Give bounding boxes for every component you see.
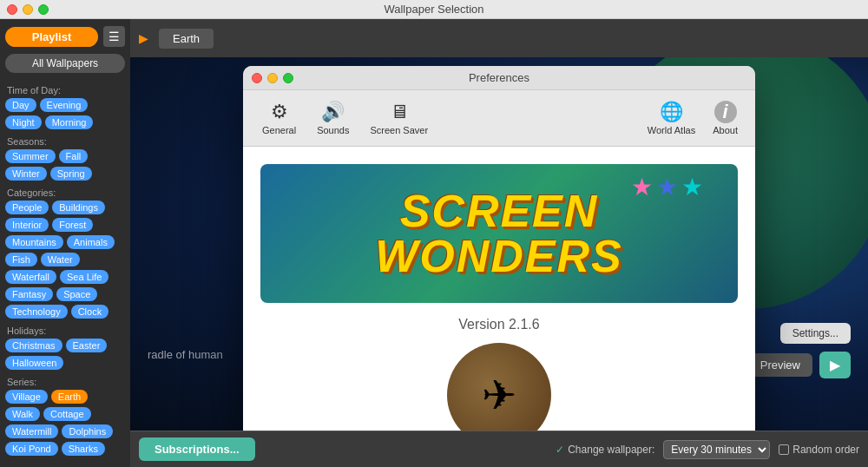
content-area: ▶ Earth radle of human Settings... Previ… <box>130 19 868 467</box>
tag-fish[interactable]: Fish <box>5 253 37 266</box>
section-label-categories: Categories: <box>7 187 125 198</box>
playlist-button[interactable]: Playlist <box>5 27 98 47</box>
screensaver-tool-label: Screen Saver <box>370 125 428 135</box>
tag-sharks[interactable]: Sharks <box>62 442 105 456</box>
section-label-holidays: Holidays: <box>7 326 125 336</box>
playlist-bar: Playlist ☰ <box>5 26 125 47</box>
sounds-icon: 🔊 <box>321 101 345 123</box>
sidebar: Playlist ☰ All Wallpapers Time of Day: D… <box>0 19 130 467</box>
tag-watermill[interactable]: Watermill <box>5 424 58 438</box>
about-icon: i <box>714 101 737 123</box>
general-icon: ⚙ <box>271 101 288 123</box>
tag-row-holidays: Christmas Easter Halloween <box>5 339 125 370</box>
tag-village[interactable]: Village <box>5 390 48 404</box>
tag-cottage[interactable]: Cottage <box>43 407 91 421</box>
tag-winter[interactable]: Winter <box>5 167 47 181</box>
plane-logo: ✈ <box>447 343 551 431</box>
tag-night[interactable]: Night <box>5 115 42 129</box>
preferences-modal-overlay: Preferences ⚙ General 🔊 Sounds <box>130 57 868 431</box>
maximize-button[interactable] <box>38 4 49 15</box>
main-layout: Playlist ☰ All Wallpapers Time of Day: D… <box>0 19 868 467</box>
random-order-label: Random order <box>779 444 859 456</box>
sidebar-section-timeofday: Time of Day: Day Evening Night Morning <box>5 80 125 131</box>
sounds-tool-button[interactable]: 🔊 Sounds <box>308 97 358 139</box>
tag-summer[interactable]: Summer <box>5 149 56 163</box>
tag-easter[interactable]: Easter <box>66 339 108 352</box>
all-wallpapers-button[interactable]: All Wallpapers <box>5 54 125 73</box>
close-button[interactable] <box>7 4 17 15</box>
tag-row-categories: People Buildings Interior Forest Mountai… <box>5 201 125 319</box>
modal-content: ★ ★ ★ SCREENWONDERS Version 2.1.6 <box>243 147 755 431</box>
tag-interior[interactable]: Interior <box>5 218 49 232</box>
subscriptions-button[interactable]: Subscriptions... <box>139 437 255 461</box>
tag-row-series: Village Earth Walk Cottage Watermill Dol… <box>5 390 125 456</box>
random-order-checkbox[interactable] <box>779 444 789 455</box>
sounds-tool-label: Sounds <box>317 125 349 135</box>
tag-waterfall[interactable]: Waterfall <box>5 270 56 284</box>
screenwonders-banner: ★ ★ ★ SCREENWONDERS <box>260 164 738 303</box>
modal-toolbar: ⚙ General 🔊 Sounds 🖥 Screen Saver <box>243 90 755 147</box>
screensaver-icon: 🖥 <box>390 101 409 123</box>
sidebar-section-holidays: Holidays: Christmas Easter Halloween <box>5 320 125 372</box>
tag-buildings[interactable]: Buildings <box>52 201 105 214</box>
change-wallpaper-label: ✓ Change wallpaper: <box>556 444 654 456</box>
modal-close-button[interactable] <box>252 73 262 83</box>
tag-space[interactable]: Space <box>56 287 97 301</box>
earth-background: radle of human Settings... Preview ▶ <box>130 57 868 431</box>
play-indicator: ▶ <box>139 31 148 45</box>
screensaver-tool-button[interactable]: 🖥 Screen Saver <box>361 97 437 139</box>
list-view-button[interactable]: ☰ <box>103 26 125 47</box>
tag-animals[interactable]: Animals <box>67 235 115 249</box>
sidebar-section-series: Series: Village Earth Walk Cottage Water… <box>5 372 125 457</box>
modal-title-bar: Preferences <box>243 66 755 90</box>
world-atlas-button[interactable]: 🌐 World Atlas <box>641 97 702 139</box>
tag-day[interactable]: Day <box>5 98 36 112</box>
tag-spring[interactable]: Spring <box>50 167 92 181</box>
about-button[interactable]: i About <box>706 97 745 139</box>
tag-row-seasons: Summer Fall Winter Spring <box>5 149 125 181</box>
world-atlas-icon: 🌐 <box>660 101 683 123</box>
tag-dolphins[interactable]: Dolphins <box>62 424 113 438</box>
modal-title: Preferences <box>469 71 529 84</box>
minimize-button[interactable] <box>23 4 33 15</box>
modal-traffic-lights <box>252 73 293 83</box>
tag-technology[interactable]: Technology <box>5 305 68 319</box>
tag-morning[interactable]: Morning <box>45 115 94 129</box>
tag-halloween[interactable]: Halloween <box>5 356 63 370</box>
window-title: Wallpaper Selection <box>384 3 483 16</box>
section-label-series: Series: <box>7 377 125 387</box>
section-label-timeofday: Time of Day: <box>7 85 125 95</box>
tag-christmas[interactable]: Christmas <box>5 339 62 352</box>
tag-earth[interactable]: Earth <box>51 390 88 404</box>
tag-clock[interactable]: Clock <box>71 305 109 319</box>
tag-forest[interactable]: Forest <box>52 218 93 232</box>
preferences-modal: Preferences ⚙ General 🔊 Sounds <box>243 66 755 431</box>
tag-fantasy[interactable]: Fantasy <box>5 287 53 301</box>
bottom-bar: Subscriptions... ✓ Change wallpaper: Eve… <box>130 431 868 467</box>
sidebar-section-categories: Categories: People Buildings Interior Fo… <box>5 182 125 320</box>
tab-earth[interactable]: Earth <box>159 29 214 49</box>
version-text: Version 2.1.6 <box>458 317 539 332</box>
tag-row-timeofday: Day Evening Night Morning <box>5 98 125 129</box>
star-cyan: ★ <box>681 173 703 201</box>
tag-evening[interactable]: Evening <box>40 98 89 112</box>
world-atlas-label: World Atlas <box>648 125 695 135</box>
general-tool-button[interactable]: ⚙ General <box>253 97 305 139</box>
tag-walk[interactable]: Walk <box>5 407 40 421</box>
modal-maximize-button[interactable] <box>283 73 293 83</box>
modal-minimize-button[interactable] <box>267 73 278 83</box>
tag-people[interactable]: People <box>5 201 49 214</box>
tag-koipond[interactable]: Koi Pond <box>5 442 58 456</box>
star-pink: ★ <box>631 173 653 201</box>
section-label-seasons: Seasons: <box>7 136 125 147</box>
star-blue: ★ <box>656 173 678 201</box>
change-wallpaper-text: Change wallpaper: <box>568 444 654 456</box>
tag-sealife[interactable]: Sea Life <box>60 270 108 284</box>
general-tool-label: General <box>262 125 296 135</box>
title-bar: Wallpaper Selection <box>0 0 868 19</box>
tag-water[interactable]: Water <box>41 253 80 266</box>
tag-mountains[interactable]: Mountains <box>5 235 63 249</box>
wallpaper-tabs: ▶ Earth <box>130 19 868 57</box>
interval-select[interactable]: Every 5 minutes Every 15 minutes Every 3… <box>663 440 770 459</box>
tag-fall[interactable]: Fall <box>59 149 89 163</box>
